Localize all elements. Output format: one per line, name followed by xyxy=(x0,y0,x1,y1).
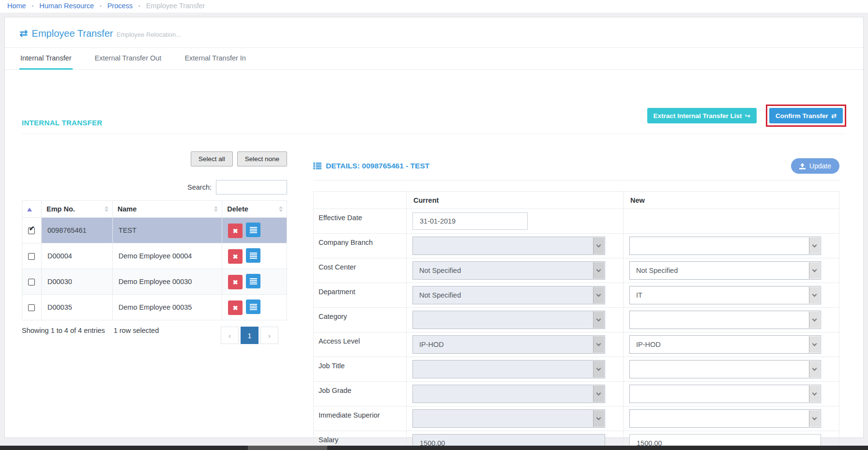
column-header-current: Current xyxy=(407,192,624,209)
column-header-select[interactable] xyxy=(22,201,42,218)
name-cell: Demo Employee 00004 xyxy=(112,243,222,269)
immediate-superior-new-select[interactable] xyxy=(629,409,821,428)
check-icon: ✔ xyxy=(29,224,35,233)
breadcrumb-separator: • xyxy=(32,3,34,9)
scrollbar-thumb[interactable] xyxy=(248,446,327,450)
horizontal-scrollbar[interactable] xyxy=(0,446,868,450)
pagination-prev-button[interactable]: ‹ xyxy=(221,327,239,344)
list-icon xyxy=(313,163,321,169)
list-icon xyxy=(250,253,257,259)
breadcrumb-home[interactable]: Home xyxy=(7,2,26,10)
x-icon: ✖ xyxy=(233,304,238,312)
breadcrumb-current: Employee Transfer xyxy=(146,2,205,10)
section-title: INTERNAL TRANSFER xyxy=(22,119,103,127)
row-checkbox[interactable] xyxy=(28,253,35,260)
field-label: Category xyxy=(314,308,407,332)
row-checkbox[interactable] xyxy=(28,279,35,285)
x-icon: ✖ xyxy=(233,253,238,260)
column-header-delete[interactable]: Delete xyxy=(222,201,287,218)
job-grade-current-select xyxy=(412,385,605,403)
confirm-transfer-button[interactable]: Confirm Transfer⇄ xyxy=(769,108,843,123)
details-row-job-grade: Job Grade xyxy=(314,382,839,406)
immediate-superior-current-select xyxy=(412,409,605,428)
chevron-down-icon xyxy=(809,262,820,279)
pagination-next-button[interactable]: › xyxy=(260,327,278,344)
chevron-down-icon xyxy=(593,262,604,279)
field-label: Access Level xyxy=(314,332,407,357)
table-row[interactable]: ✔ 0098765461 TEST ✖ xyxy=(22,218,287,243)
chevron-down-icon xyxy=(593,287,604,303)
department-new-select[interactable]: IT xyxy=(629,286,821,304)
emp-no-cell: D00030 xyxy=(41,269,112,295)
row-checkbox[interactable] xyxy=(28,304,35,311)
field-label: Job Title xyxy=(314,357,407,382)
details-row-category: Category xyxy=(314,308,839,332)
delete-row-button[interactable]: ✖ xyxy=(228,224,243,238)
delete-row-button[interactable]: ✖ xyxy=(228,275,243,289)
column-header-name[interactable]: Name xyxy=(112,201,222,218)
details-row-job-title: Job Title xyxy=(314,357,839,382)
showing-entries-text: Showing 1 to 4 of 4 entries xyxy=(22,327,105,334)
tab-internal-transfer[interactable]: Internal Transfer xyxy=(19,54,73,70)
access-level-current-select: IP-HOD xyxy=(412,335,605,354)
details-panel: DETAILS: 0098765461 - TEST Update Curren… xyxy=(313,142,839,450)
category-new-select[interactable] xyxy=(629,311,821,329)
chevron-down-icon xyxy=(593,386,604,402)
list-icon xyxy=(250,227,257,233)
pagination: ‹ 1 › xyxy=(221,327,278,344)
delete-row-button[interactable]: ✖ xyxy=(228,300,243,315)
breadcrumb-human-resource[interactable]: Human Resource xyxy=(39,2,94,10)
column-header-emp-no[interactable]: Emp No. xyxy=(41,201,112,218)
update-button[interactable]: Update xyxy=(791,158,839,174)
job-title-current-select xyxy=(412,360,605,378)
chevron-down-icon xyxy=(809,287,820,303)
details-table: Current New Effective Date Company Branc… xyxy=(313,191,839,450)
row-checkbox[interactable]: ✔ xyxy=(28,227,35,234)
access-level-new-select[interactable]: IP-HOD xyxy=(629,335,821,354)
details-row-company-branch: Company Branch xyxy=(314,234,839,258)
tab-external-transfer-in[interactable]: External Transfer In xyxy=(183,54,247,70)
details-row-button[interactable] xyxy=(246,223,260,237)
pagination-page-1[interactable]: 1 xyxy=(241,327,259,344)
table-row[interactable]: D00004 Demo Employee 00004 ✖ xyxy=(22,243,287,269)
field-label: Job Grade xyxy=(314,382,407,406)
breadcrumb-process[interactable]: Process xyxy=(107,2,133,10)
company-branch-current-select xyxy=(412,237,605,255)
section-header: INTERNAL TRANSFER Extract Internal Trans… xyxy=(22,105,846,134)
details-title: DETAILS: 0098765461 - TEST xyxy=(313,162,429,170)
details-row-button[interactable] xyxy=(246,274,260,288)
emp-no-cell: D00035 xyxy=(41,295,112,320)
field-label: Immediate Superior xyxy=(314,406,407,431)
table-row[interactable]: D00030 Demo Employee 00030 ✖ xyxy=(22,269,287,295)
chevron-down-icon xyxy=(593,361,604,377)
chevron-down-icon xyxy=(593,238,604,254)
job-grade-new-select[interactable] xyxy=(629,385,821,403)
chevron-down-icon xyxy=(593,410,604,427)
cost-center-new-select[interactable]: Not Specified xyxy=(629,261,821,280)
job-title-new-select[interactable] xyxy=(629,360,821,378)
category-current-select xyxy=(412,311,605,329)
delete-row-button[interactable]: ✖ xyxy=(228,249,243,264)
details-row-button[interactable] xyxy=(246,248,260,263)
select-none-button[interactable]: Select none xyxy=(237,151,287,166)
company-branch-new-select[interactable] xyxy=(629,237,821,255)
table-row[interactable]: D00035 Demo Employee 00035 ✖ xyxy=(22,295,287,320)
search-input[interactable] xyxy=(216,180,287,195)
employee-list-panel: Select all Select none Search: Emp No. N… xyxy=(22,142,287,450)
chevron-down-icon xyxy=(809,410,820,427)
details-row-cost-center: Cost Center Not Specified Not Specified xyxy=(314,258,839,283)
select-all-button[interactable]: Select all xyxy=(191,151,233,166)
page-title: Employee Transfer xyxy=(32,28,113,39)
emp-no-cell: D00004 xyxy=(41,243,112,269)
emp-no-cell: 0098765461 xyxy=(41,218,112,243)
search-label: Search: xyxy=(187,183,212,191)
field-label: Department xyxy=(314,283,407,308)
details-row-button[interactable] xyxy=(246,300,260,314)
chevron-down-icon xyxy=(593,312,604,328)
extract-internal-transfer-list-button[interactable]: Extract Internal Transfer List↪ xyxy=(647,108,757,123)
effective-date-input[interactable] xyxy=(412,212,528,230)
details-row-immediate-superior: Immediate Superior xyxy=(314,406,839,431)
department-current-select: Not Specified xyxy=(412,286,605,304)
tab-external-transfer-out[interactable]: External Transfer Out xyxy=(94,54,163,70)
chevron-down-icon xyxy=(809,312,820,328)
